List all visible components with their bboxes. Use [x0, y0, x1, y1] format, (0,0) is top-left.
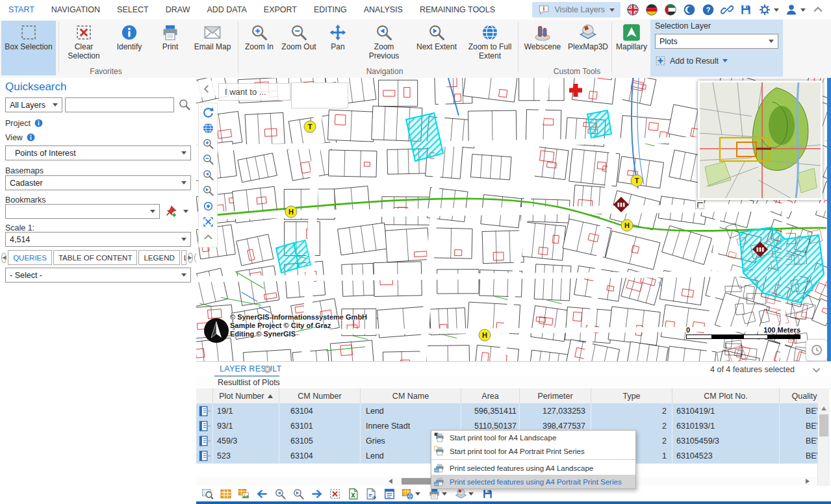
- i-want-to-panel[interactable]: [291, 82, 348, 108]
- context-menu-item-print-tool-portrait[interactable]: Start print tool for A4 Portrait Print S…: [431, 444, 635, 458]
- clear-selection-button[interactable]: [329, 488, 341, 500]
- project-info-icon[interactable]: [34, 118, 44, 128]
- language-german-button[interactable]: [645, 3, 658, 16]
- column-header-quality[interactable]: Quality: [780, 388, 829, 403]
- i-want-to-menu[interactable]: I want to ...: [218, 83, 291, 101]
- table-row[interactable]: 19/1 63104 Lend 596,351411 127,033253 2 …: [196, 403, 829, 419]
- chevron-down-icon[interactable]: [442, 492, 447, 496]
- menu-tab-editing[interactable]: EDITING: [305, 0, 355, 19]
- feature-detail-icon[interactable]: [198, 420, 212, 432]
- menu-tab-remaining-tools[interactable]: REMAINING TOOLS: [411, 0, 504, 19]
- scene-3d-button[interactable]: [455, 488, 467, 500]
- map-marker-h[interactable]: H: [479, 329, 491, 341]
- context-menu-item-print-selected-portrait[interactable]: Print selected features using A4 Portrai…: [431, 475, 635, 488]
- collapse-ribbon-button[interactable]: [812, 3, 825, 16]
- chevron-down-icon[interactable]: [415, 492, 420, 496]
- geolocate-button[interactable]: [202, 200, 214, 212]
- basemap-select[interactable]: Cadaster: [5, 175, 191, 190]
- column-header-area[interactable]: Area: [461, 388, 520, 403]
- map-viewport[interactable]: T H T H H I want to ...: [196, 78, 831, 361]
- zoom-previous-button[interactable]: Zoom Previous: [359, 21, 409, 66]
- tab-table-of-content[interactable]: TABLE OF CONTENT: [53, 250, 138, 265]
- column-header-plot-number[interactable]: Plot Number: [213, 388, 279, 403]
- zoom-in-button[interactable]: [202, 138, 214, 150]
- identify-button[interactable]: Identify: [109, 21, 149, 66]
- chevron-down-icon[interactable]: [468, 492, 474, 496]
- zoom-previous-button[interactable]: [202, 169, 214, 181]
- export-excel-button[interactable]: [347, 488, 359, 500]
- add-bookmark-button[interactable]: [164, 204, 178, 218]
- column-header-cm-number[interactable]: CM Number: [279, 388, 361, 403]
- bookmark-menu-caret[interactable]: [183, 210, 188, 213]
- print-button[interactable]: Print: [153, 21, 187, 66]
- column-header-cm-name[interactable]: CM Name: [361, 388, 461, 403]
- search-icon[interactable]: [178, 98, 191, 111]
- user-menu-button[interactable]: [785, 3, 806, 16]
- zoom-full-extent-button[interactable]: Zoom to Full Extent: [464, 21, 516, 66]
- menu-tab-navigation[interactable]: NAVIGATION: [43, 0, 109, 19]
- print-button[interactable]: [428, 488, 441, 500]
- column-header-type[interactable]: Type: [591, 388, 672, 403]
- zoom-out-button[interactable]: [202, 153, 214, 166]
- zoom-in-button[interactable]: Zoom In: [242, 21, 277, 66]
- menu-tab-start[interactable]: START: [0, 0, 43, 19]
- tab-queries[interactable]: QUERIES: [8, 250, 52, 265]
- scroll-left-icon[interactable]: [389, 479, 392, 484]
- selection-layer-select[interactable]: Plots: [655, 34, 778, 49]
- zoom-to-selection-button[interactable]: [201, 488, 214, 500]
- quicksearch-input[interactable]: [65, 97, 174, 112]
- zoom-next-button[interactable]: [202, 184, 214, 197]
- column-header-perimeter[interactable]: Perimeter: [520, 388, 591, 403]
- next-extent-button[interactable]: Next Extent: [412, 21, 461, 66]
- collapse-panel-button[interactable]: [811, 364, 822, 375]
- context-menu-item-print-tool-landscape[interactable]: Start print tool for A4 Landscape: [431, 431, 635, 444]
- dark-mode-button[interactable]: [683, 3, 696, 16]
- map-marker-h[interactable]: H: [285, 206, 297, 218]
- close-result-button[interactable]: [262, 364, 272, 374]
- table-vertical-scrollbar[interactable]: [817, 403, 830, 486]
- context-menu-item-print-selected-landscape[interactable]: Print selected features using A4 Landsca…: [431, 461, 635, 475]
- language-arabic-button[interactable]: [664, 3, 677, 16]
- menu-tab-analysis[interactable]: ANALYSIS: [355, 0, 411, 19]
- map-marker-h[interactable]: H: [621, 220, 633, 231]
- overview-expand-button[interactable]: [695, 200, 704, 209]
- overview-map[interactable]: [698, 81, 823, 200]
- clear-selection-button[interactable]: Clear Selection: [62, 21, 105, 66]
- tab-truncated[interactable]: L: [181, 250, 186, 265]
- feature-detail-icon[interactable]: [198, 450, 212, 462]
- zoom-previous-result-button[interactable]: [274, 488, 287, 500]
- save-results-button[interactable]: [481, 488, 494, 500]
- web-table-button[interactable]: [402, 488, 414, 500]
- add-to-result-button[interactable]: Add to Result: [655, 55, 728, 66]
- export-image-button[interactable]: [238, 488, 250, 500]
- column-header-cm-plot-no[interactable]: CM Plot No.: [672, 388, 780, 403]
- layer-result-tab[interactable]: LAYER RESULT: [220, 364, 282, 373]
- zoom-out-button[interactable]: Zoom Out: [279, 21, 318, 66]
- menu-tab-export[interactable]: EXPORT: [255, 0, 305, 19]
- save-session-button[interactable]: [739, 3, 752, 16]
- pan-button[interactable]: Pan: [321, 21, 355, 66]
- scrollbar-thumb[interactable]: [819, 414, 828, 436]
- plexmap3d-button[interactable]: PlexMap3D: [567, 21, 609, 66]
- sidebar-collapse-button[interactable]: [198, 81, 215, 97]
- bookmarks-select[interactable]: [5, 204, 160, 219]
- collapse-map-toolbar-button[interactable]: [202, 231, 214, 244]
- query-select[interactable]: - Select -: [5, 268, 191, 283]
- selected-plot-feature[interactable]: [587, 110, 611, 138]
- map-marker-t[interactable]: T: [304, 121, 316, 132]
- refresh-map-button[interactable]: [202, 107, 214, 119]
- help-button[interactable]: ?: [702, 3, 715, 16]
- next-record-button[interactable]: [311, 488, 323, 500]
- language-english-button[interactable]: [626, 3, 639, 16]
- webscene-button[interactable]: Webscene: [521, 21, 564, 66]
- view-info-icon[interactable]: [26, 132, 36, 142]
- feature-detail-icon[interactable]: [198, 405, 212, 417]
- view-select[interactable]: Points of Interest: [5, 145, 191, 160]
- full-extent-button[interactable]: [202, 122, 214, 134]
- tab-legend[interactable]: LEGEND: [138, 250, 179, 265]
- report-button[interactable]: [383, 488, 396, 500]
- tabs-scroll-left-button[interactable]: ◀: [1, 253, 6, 263]
- scale-select[interactable]: 4,514: [5, 232, 191, 247]
- search-layer-filter-select[interactable]: All Layers: [5, 97, 62, 112]
- tabs-scroll-right-button[interactable]: ▶: [188, 253, 193, 263]
